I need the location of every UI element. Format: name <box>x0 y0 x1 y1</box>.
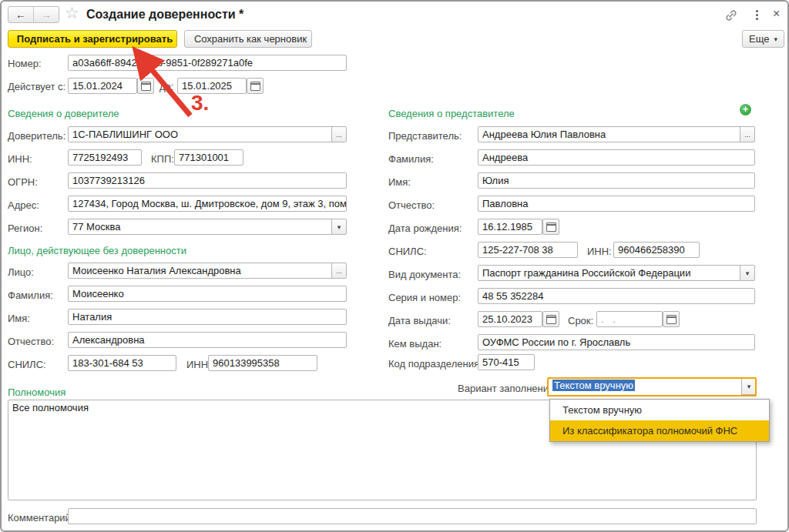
signer-snils-field[interactable]: 183-301-684 53 <box>68 355 176 371</box>
signer-middlename-label: Отчество: <box>8 336 54 347</box>
rep-middlename-field[interactable]: Павловна <box>478 196 755 212</box>
rep-doc-type-combo[interactable]: Паспорт гражданина Российской Федерации … <box>478 265 755 281</box>
principal-kpp-field[interactable]: 771301001 <box>174 149 243 166</box>
dropdown-button[interactable]: ▾ <box>741 377 757 395</box>
signer-section-title: Лицо, действующее без доверенности <box>8 245 186 256</box>
rep-issued-by-field[interactable]: ОУФМС России по г. Ярославль <box>478 334 755 350</box>
get-link-icon[interactable] <box>724 8 738 22</box>
representative-label: Представитель: <box>388 130 462 142</box>
rep-snils-label: СНИЛС: <box>388 246 427 257</box>
principal-region-label: Регион: <box>8 223 42 234</box>
rep-issue-date-field[interactable]: 25.10.2023 <box>478 311 542 327</box>
powers-section-title: Полномочия <box>8 386 65 398</box>
back-arrow-icon: ← <box>15 8 26 21</box>
rep-dept-code-label: Код подразделения: <box>388 358 482 370</box>
chevron-down-icon: ▾ <box>774 35 777 43</box>
number-label: Номер: <box>8 58 42 69</box>
dropdown-button[interactable]: ▾ <box>331 219 347 235</box>
representative-field[interactable]: Андреева Юлия Павловна ... <box>478 126 755 142</box>
principal-address-field[interactable]: 127434, Город Москва, ш. Дмитровское, до… <box>68 196 347 212</box>
calendar-icon <box>546 315 556 324</box>
rep-dept-code-field[interactable]: 570-415 <box>478 354 535 370</box>
rep-snils-field[interactable]: 125-227-708 38 <box>478 242 578 258</box>
fill-variant-selected-value: Текстом вручную <box>552 380 635 391</box>
menu-kebab-icon[interactable] <box>756 10 758 20</box>
favorite-star-icon[interactable]: ☆ <box>65 4 79 22</box>
rep-birthdate-field[interactable]: 16.12.1985 <box>478 219 542 235</box>
signer-firstname-label: Имя: <box>8 313 30 324</box>
signer-person-label: Лицо: <box>8 266 34 278</box>
principal-address-label: Адрес: <box>8 199 39 211</box>
chevron-down-icon: ▾ <box>746 269 750 277</box>
rep-term-field[interactable]: . . <box>596 311 663 327</box>
more-button[interactable]: Еще ▾ <box>742 30 784 48</box>
choose-ellipsis-button[interactable]: ... <box>331 126 347 142</box>
rep-lastname-label: Фамилия: <box>388 153 434 165</box>
signer-lastname-label: Фамилия: <box>8 289 53 301</box>
principal-kpp-label: КПП: <box>151 153 174 165</box>
principal-ogrn-field[interactable]: 1037739213126 <box>68 172 347 189</box>
rep-firstname-label: Имя: <box>388 176 411 188</box>
signer-inn-field[interactable]: 960133995358 <box>208 355 317 371</box>
fill-variant-dropdown-list: Текстом вручную Из классификатора полном… <box>549 399 770 442</box>
rep-issued-by-label: Кем выдан: <box>388 338 442 350</box>
valid-to-calendar-button[interactable] <box>247 78 264 94</box>
representative-section-title: Сведения о представителе <box>388 108 515 119</box>
rep-inn-label: ИНН: <box>587 246 612 257</box>
rep-term-label: Срок: <box>568 315 593 326</box>
rep-series-field[interactable]: 48 55 352284 <box>478 288 755 304</box>
rep-series-label: Серия и номер: <box>388 292 461 303</box>
dropdown-option-manual-text[interactable]: Текстом вручную <box>550 400 769 420</box>
doverennost-form-window: ← → ☆ Создание доверенности * × Подписат… <box>0 0 789 532</box>
rep-inn-field[interactable]: 960466258390 <box>613 242 700 258</box>
plus-icon: + <box>743 103 749 115</box>
nav-history-group: ← → <box>8 6 59 23</box>
annotation-step-number: 3. <box>191 91 209 115</box>
valid-from-label: Действует с: <box>8 81 65 92</box>
comment-field[interactable] <box>68 508 757 524</box>
dropdown-option-fns-classifier[interactable]: Из классификатора полномочий ФНС <box>550 420 769 441</box>
principal-section-title: Сведения о доверителе <box>8 108 119 119</box>
fill-variant-label: Вариант заполнения: <box>458 383 557 394</box>
rep-lastname-field[interactable]: Андреева <box>478 149 755 166</box>
term-calendar-button[interactable] <box>663 311 680 327</box>
signer-lastname-field[interactable]: Моисеенко <box>68 286 347 302</box>
comment-label: Комментарий: <box>8 512 74 524</box>
chevron-down-icon: ▾ <box>337 223 341 231</box>
fill-variant-combo[interactable]: Текстом вручную ▾ <box>547 377 757 396</box>
signer-inn-label: ИНН: <box>186 359 211 370</box>
add-representative-button[interactable]: + <box>740 104 751 115</box>
rep-middlename-label: Отчество: <box>388 199 435 211</box>
principal-inn-field[interactable]: 7725192493 <box>68 149 142 166</box>
signer-middlename-field[interactable]: Александровна <box>68 332 347 348</box>
signer-snils-label: СНИЛС: <box>8 359 46 370</box>
choose-ellipsis-button[interactable]: ... <box>331 263 347 279</box>
chevron-down-icon: ▾ <box>747 383 751 390</box>
birthdate-calendar-button[interactable] <box>542 219 559 235</box>
choose-ellipsis-button[interactable]: ... <box>740 126 755 142</box>
principal-inn-label: ИНН: <box>8 153 32 165</box>
forward-button[interactable]: → <box>33 7 59 22</box>
signer-person-field[interactable]: Моисеенко Наталия Александровна ... <box>68 263 347 279</box>
rep-issue-date-label: Дата выдачи: <box>388 315 451 326</box>
calendar-icon <box>250 82 260 91</box>
calendar-icon <box>546 223 556 232</box>
forward-arrow-icon: → <box>41 8 52 21</box>
more-button-label: Еще <box>749 33 769 45</box>
principal-label: Доверитель: <box>8 130 65 142</box>
rep-firstname-field[interactable]: Юлия <box>478 172 755 189</box>
principal-ogrn-label: ОГРН: <box>8 176 38 188</box>
issue-date-calendar-button[interactable] <box>542 311 559 327</box>
signer-firstname-field[interactable]: Наталия <box>68 309 347 325</box>
dropdown-button[interactable]: ▾ <box>740 265 755 281</box>
annotation-arrow <box>109 32 233 132</box>
close-icon[interactable]: × <box>773 7 780 21</box>
page-title: Создание доверенности * <box>86 8 243 22</box>
rep-birthdate-label: Дата рождения: <box>388 223 462 234</box>
calendar-icon <box>666 315 677 324</box>
rep-doc-type-label: Вид документа: <box>388 269 461 280</box>
back-button[interactable]: ← <box>8 7 33 22</box>
principal-region-combo[interactable]: 77 Москва ▾ <box>68 219 347 235</box>
